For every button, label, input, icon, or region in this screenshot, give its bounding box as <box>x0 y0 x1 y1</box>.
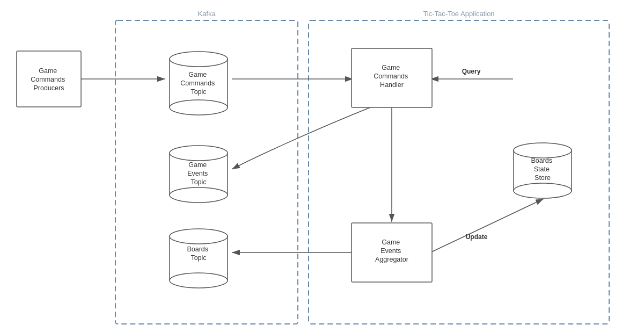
query-arrow-label: Query <box>462 68 481 75</box>
svg-point-11 <box>170 52 228 67</box>
update-arrow-label: Update <box>466 233 488 241</box>
app-region-label: Tic-Tac-Toe Application <box>423 10 494 18</box>
svg-point-15 <box>170 187 228 203</box>
svg-point-17 <box>170 229 228 244</box>
svg-point-12 <box>170 100 228 115</box>
kafka-region-label: Kafka <box>197 10 216 18</box>
svg-point-14 <box>170 146 228 161</box>
svg-point-21 <box>514 183 572 198</box>
architecture-diagram: Kafka Tic-Tac-Toe Application Game Comma… <box>0 0 644 332</box>
svg-line-9 <box>430 199 544 252</box>
diagram-svg: Kafka Tic-Tac-Toe Application Game Comma… <box>0 0 644 332</box>
svg-point-18 <box>170 273 228 288</box>
svg-point-20 <box>514 143 572 158</box>
